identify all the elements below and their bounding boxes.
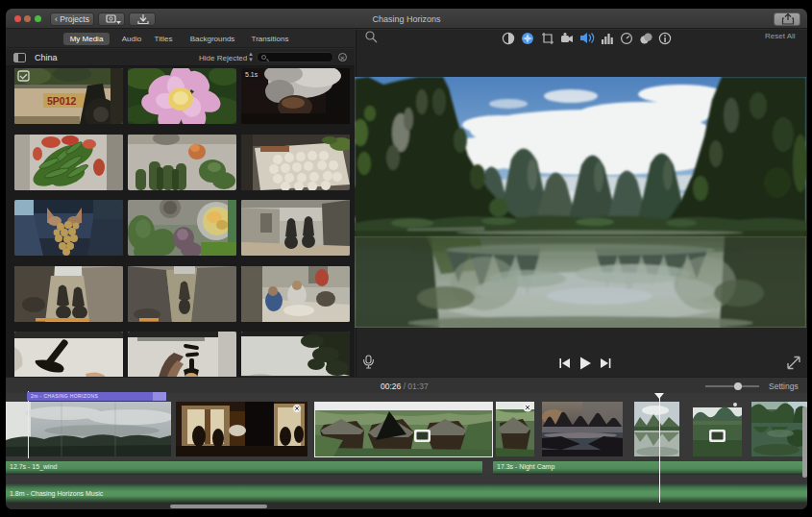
svg-text:5P012: 5P012: [47, 95, 77, 107]
svg-text:5.1s: 5.1s: [245, 71, 258, 78]
svg-text:Reset All: Reset All: [765, 32, 796, 40]
